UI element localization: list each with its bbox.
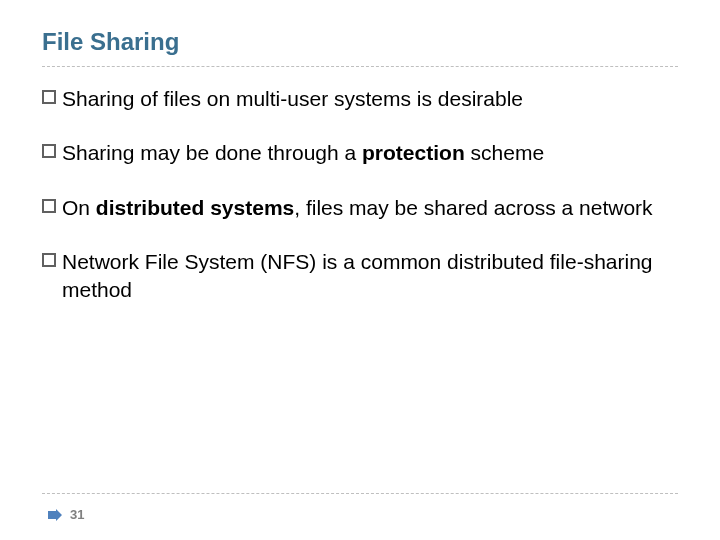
list-item-text: Network File System (NFS) is a common di… xyxy=(62,248,678,305)
list-item: Sharing may be done through a protection… xyxy=(42,139,678,167)
slide-title: File Sharing xyxy=(42,28,678,56)
title-divider xyxy=(42,66,678,67)
list-item-text: Sharing may be done through a protection… xyxy=(62,139,678,167)
square-bullet-icon xyxy=(42,144,56,158)
bullet-list: Sharing of files on multi-user systems i… xyxy=(42,85,678,305)
arrow-right-icon xyxy=(48,509,62,521)
page-footer: 31 xyxy=(48,507,84,522)
footer-divider xyxy=(42,493,678,494)
list-item: On distributed systems, files may be sha… xyxy=(42,194,678,222)
list-item: Network File System (NFS) is a common di… xyxy=(42,248,678,305)
slide: File Sharing Sharing of files on multi-u… xyxy=(0,0,720,540)
list-item-text: On distributed systems, files may be sha… xyxy=(62,194,678,222)
svg-marker-0 xyxy=(48,509,62,521)
square-bullet-icon xyxy=(42,253,56,267)
square-bullet-icon xyxy=(42,90,56,104)
square-bullet-icon xyxy=(42,199,56,213)
list-item: Sharing of files on multi-user systems i… xyxy=(42,85,678,113)
list-item-text: Sharing of files on multi-user systems i… xyxy=(62,85,678,113)
page-number: 31 xyxy=(70,507,84,522)
